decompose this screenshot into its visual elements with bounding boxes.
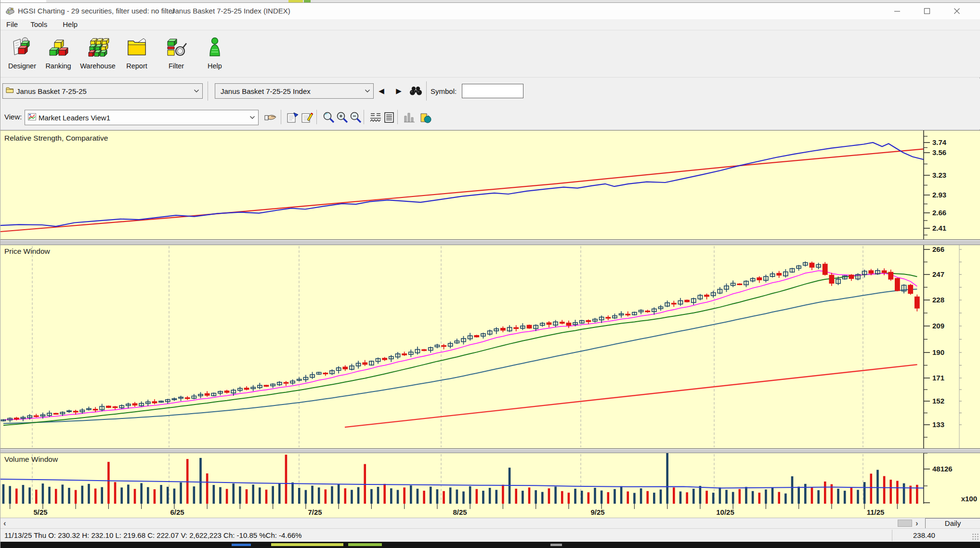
x-axis-month-label: 9/25 (590, 508, 604, 516)
chart-area[interactable]: Relative Strength, ComparativePrice Wind… (0, 130, 980, 518)
previous-security-button[interactable]: ◀ (375, 84, 388, 98)
rs-pane-title: Relative Strength, Comparative (4, 134, 108, 142)
edit-notes-icon[interactable] (300, 110, 314, 125)
menu-help[interactable]: Help (63, 19, 78, 30)
chevron-down-icon (194, 89, 199, 93)
rs-ytick-label: 2.93 (932, 191, 946, 199)
price-pane-title: Price Window (4, 247, 51, 255)
scroll-right-button[interactable]: › (915, 519, 918, 528)
menu-bar: FileToolsHelp (0, 19, 980, 30)
price-ytick-label: 209 (932, 322, 944, 330)
save-layout-icon[interactable] (418, 110, 433, 125)
filter-icon (157, 33, 196, 62)
hgsi-charting-window: HGSI Charting - 29 securities, filter us… (0, 0, 980, 548)
background-fragment (271, 543, 343, 546)
menu-tools[interactable]: Tools (30, 19, 47, 30)
rs-ytick-label: 3.23 (932, 171, 946, 179)
toolbar-separator (426, 81, 427, 101)
toolbar-help-button[interactable]: Help (195, 33, 235, 75)
price-ytick-label: 171 (932, 374, 944, 382)
index-combobox[interactable]: Janus Basket 7-25-25 Index (215, 83, 374, 99)
chart-disabled-icon[interactable] (402, 110, 417, 125)
rs-ytick-label: 2.41 (932, 224, 946, 232)
properties-icon[interactable] (286, 110, 300, 125)
app-icon (5, 7, 15, 17)
index-combobox-value: Janus Basket 7-25-25 Index (221, 87, 365, 95)
statusbar-separator (892, 530, 892, 541)
toolbar-report-button[interactable]: Report (117, 33, 157, 75)
minimize-button[interactable] (884, 3, 911, 19)
ohlc-readout: 11/13/25 Thu O: 230.32 H: 232.10 L: 219.… (4, 531, 302, 539)
price-ytick-label: 228 (932, 296, 944, 304)
chevron-down-icon (365, 89, 370, 93)
view-label: View: (4, 113, 22, 121)
toolbar-ranking-button[interactable]: Ranking (39, 33, 78, 75)
zoom-icon[interactable] (321, 110, 336, 125)
toolbar-button-label: Warehouse (78, 62, 118, 70)
x-axis-month-label: 6/25 (170, 508, 184, 516)
toolbar-separator (397, 110, 398, 124)
toolbar-button-label: Filter (157, 62, 196, 70)
pane-backgrounds (0, 130, 980, 518)
warehouse-icon (78, 33, 118, 62)
symbol-label: Symbol: (431, 87, 457, 95)
designer-icon (2, 33, 42, 62)
toolbar-separator (281, 110, 281, 124)
zoom-out-icon[interactable] (348, 110, 363, 125)
binoculars-find-icon[interactable] (409, 85, 422, 98)
background-fragment (232, 544, 251, 546)
background-fragment (288, 0, 303, 2)
window-title: HGSI Charting - 29 securities, filter us… (18, 7, 175, 15)
folder-icon (6, 87, 14, 95)
x-axis-month-label: 7/25 (308, 508, 322, 516)
zoom-in-icon[interactable] (335, 110, 349, 125)
help-icon (195, 33, 235, 62)
price-ytick-label: 152 (932, 397, 944, 405)
background-fragment (304, 0, 311, 2)
toolbar-button-label: Help (195, 62, 235, 70)
rs-ytick-label: 3.56 (932, 148, 946, 157)
main-toolbar: DesignerRankingWarehouseReportFilterHelp (0, 30, 980, 78)
volume-pane-title: Volume Window (4, 455, 58, 463)
resize-grip[interactable] (972, 534, 979, 540)
x-axis-month-label: 5/25 (33, 508, 47, 516)
toolbar-designer-button[interactable]: Designer (2, 33, 42, 75)
basket-combobox[interactable]: Janus Basket 7-25-25 (2, 83, 203, 99)
selector-toolbar: Janus Basket 7-25-25 Janus Basket 7-25-2… (0, 78, 980, 105)
toolbar-separator (316, 110, 317, 124)
rs-ytick-label: 3.74 (932, 138, 947, 146)
hand-pointer-icon[interactable] (263, 110, 278, 125)
maximize-button[interactable] (914, 3, 941, 19)
ranking-icon (39, 33, 78, 62)
next-security-button[interactable]: ▶ (392, 84, 405, 98)
background-fragment (0, 0, 46, 2)
volume-multiplier-label: x100 (961, 495, 977, 503)
background-fragment (550, 544, 562, 546)
background-window-edge-bottom (0, 542, 980, 548)
toolbar-button-label: Designer (2, 62, 42, 70)
document-title: Janus Basket 7-25-25 Index (INDEX) (171, 7, 290, 15)
data-list-icon[interactable] (382, 110, 396, 125)
symbol-input[interactable] (462, 84, 523, 98)
report-folder-icon (117, 33, 157, 62)
price-level-readout: 238.40 (913, 531, 935, 539)
view-combobox[interactable]: Market Leaders View1 (25, 110, 259, 125)
background-fragment (348, 543, 382, 546)
scroll-left-button[interactable]: ‹ (3, 519, 6, 528)
toolbar-filter-button[interactable]: Filter (157, 33, 196, 75)
title-bar[interactable]: HGSI Charting - 29 securities, filter us… (0, 3, 980, 19)
chevron-down-icon (249, 116, 255, 119)
toolbar-warehouse-button[interactable]: Warehouse (78, 33, 118, 75)
tab-daily[interactable]: Daily (925, 518, 980, 529)
toolbar-separator (364, 110, 364, 124)
indicator-settings-icon[interactable] (368, 110, 383, 125)
x-axis-month-label: 8/25 (453, 508, 467, 516)
scrollbar-thumb[interactable] (898, 520, 912, 527)
toolbar-button-label: Ranking (39, 62, 78, 70)
close-button[interactable] (943, 3, 970, 19)
x-axis-month-label: 11/25 (867, 508, 885, 516)
horizontal-scrollbar[interactable]: ‹ › Daily (0, 518, 980, 528)
x-axis-month-label: 10/25 (716, 508, 734, 516)
price-ytick-label: 133 (932, 420, 944, 429)
menu-file[interactable]: File (6, 19, 18, 30)
